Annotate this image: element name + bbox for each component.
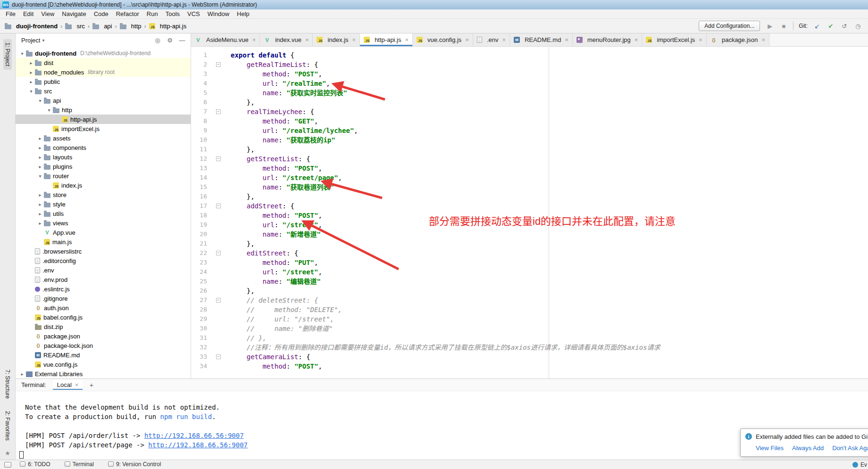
- chevron-down-icon[interactable]: ▾: [36, 98, 44, 103]
- close-icon[interactable]: ×: [405, 36, 409, 43]
- code-text[interactable]: realTimeLychee: {: [231, 107, 314, 116]
- code-text[interactable]: },: [231, 239, 255, 248]
- chevron-right-icon[interactable]: ▸: [18, 371, 26, 377]
- terminal-link[interactable]: http://192.168.66.56:9007: [144, 432, 244, 439]
- code-text[interactable]: getRealTimeList: {: [231, 60, 318, 69]
- close-icon[interactable]: ×: [699, 36, 702, 43]
- tree-item-views[interactable]: ▸views: [16, 218, 191, 228]
- breadcrumb-item-api[interactable]: api: [92, 23, 113, 30]
- tree-item-importexcel-js[interactable]: JSimportExcel.js: [16, 124, 191, 133]
- code-text[interactable]: // deleteStreet: {: [231, 296, 318, 305]
- code-text[interactable]: method: "POST",: [231, 164, 322, 173]
- tree-item-node-modules[interactable]: ▸node_moduleslibrary root: [16, 67, 191, 77]
- tree-item-app-vue[interactable]: VApp.vue: [16, 228, 191, 237]
- menu-item-refactor[interactable]: Refactor: [112, 9, 143, 18]
- code-text[interactable]: addStreet: {: [231, 201, 294, 211]
- terminal-tab-local[interactable]: Local ×: [53, 380, 83, 390]
- menu-item-window[interactable]: Window: [204, 9, 233, 18]
- hide-panel-icon[interactable]: —: [178, 37, 186, 44]
- settings-gear-icon[interactable]: ⚙: [166, 37, 174, 44]
- tree-item-dist-zip[interactable]: dist.zip: [16, 322, 191, 331]
- tree-item-utils[interactable]: ▸utils: [16, 209, 191, 218]
- code-text[interactable]: },: [231, 98, 255, 107]
- tree-item-duoji-frontend[interactable]: ▾duoji-frontendD:\zheheWeb\duoji-fronten…: [16, 49, 191, 58]
- code-text[interactable]: export default {: [231, 50, 294, 60]
- terminal-link[interactable]: http://192.168.66.56:9007: [148, 441, 248, 449]
- fold-icon[interactable]: −: [216, 204, 221, 208]
- code-text[interactable]: method: "POST",: [231, 211, 322, 220]
- chevron-right-icon[interactable]: ▸: [36, 155, 44, 160]
- tree-item-index-js[interactable]: JSindex.js: [16, 181, 191, 190]
- tree-item-layouts[interactable]: ▸layouts: [16, 152, 191, 162]
- editor-tab-index-js[interactable]: JSindex.js×: [313, 33, 360, 46]
- code-text[interactable]: method: "POST",: [231, 362, 322, 371]
- chevron-right-icon[interactable]: ▸: [36, 211, 44, 216]
- code-text[interactable]: // url: "/street",: [231, 314, 334, 324]
- code-text[interactable]: url: "/street",: [231, 267, 322, 277]
- locate-file-icon[interactable]: ◎: [154, 37, 161, 44]
- code-text[interactable]: getCameraList: {: [231, 352, 310, 362]
- editor-tab-http-api-js[interactable]: JShttp-api.js×: [360, 33, 413, 46]
- code-text[interactable]: },: [231, 145, 255, 154]
- code-text[interactable]: name: "新增巷道": [231, 230, 321, 239]
- tree-item-store[interactable]: ▸store: [16, 190, 191, 199]
- code-text[interactable]: url: "/realTime",: [231, 79, 330, 88]
- breadcrumb-item-http-api-js[interactable]: JShttp-api.js: [148, 23, 187, 30]
- code-editor[interactable]: 1export default {2− getRealTimeList: {3 …: [191, 47, 868, 378]
- chevron-right-icon[interactable]: ▸: [36, 202, 44, 207]
- close-icon[interactable]: ×: [75, 381, 79, 388]
- stop-icon[interactable]: ■: [779, 23, 788, 30]
- tree-item-public[interactable]: ▸public: [16, 77, 191, 86]
- menu-item-view[interactable]: View: [37, 9, 58, 18]
- close-icon[interactable]: ×: [465, 36, 469, 43]
- tree-item-package-json[interactable]: {}package.json: [16, 331, 191, 341]
- fold-icon[interactable]: −: [216, 251, 221, 255]
- tree-item-src[interactable]: ▾src: [16, 86, 191, 96]
- tool-strip-structure-button[interactable]: 7: Structure: [3, 366, 12, 402]
- code-text[interactable]: // name: "删除巷道": [231, 324, 333, 333]
- editor-tab-importexcel-js[interactable]: JSimportExcel.js×: [642, 33, 707, 46]
- menu-item-edit[interactable]: Edit: [19, 9, 37, 18]
- tree-item-dist[interactable]: ▸dist: [16, 58, 191, 67]
- editor-tab-readme-md[interactable]: MREADME.md×: [510, 33, 573, 46]
- chevron-right-icon[interactable]: ▸: [27, 70, 35, 75]
- close-icon[interactable]: ×: [634, 36, 638, 43]
- tree-item-browserslistrc[interactable]: .browserslistrc: [16, 247, 191, 256]
- close-icon[interactable]: ×: [352, 36, 356, 43]
- editor-tab-menurouter-jpg[interactable]: menuRouter.jpg×: [573, 33, 642, 46]
- menu-item-run[interactable]: Run: [143, 9, 162, 18]
- chevron-right-icon[interactable]: ▸: [36, 164, 44, 169]
- tree-item-gitignore[interactable]: .gitignore: [16, 294, 191, 303]
- tool-strip-project-button[interactable]: 1: Project: [3, 39, 12, 70]
- event-log-icon[interactable]: [852, 462, 858, 468]
- code-text[interactable]: name: "获取巷道列表": [231, 182, 334, 192]
- menu-item-tools[interactable]: Tools: [162, 9, 184, 18]
- tree-item-external-libraries[interactable]: ▸External Libraries: [16, 369, 191, 378]
- statusbar-terminal[interactable]: Terminal: [65, 461, 94, 468]
- close-icon[interactable]: ×: [762, 36, 766, 43]
- project-panel-title[interactable]: Project: [21, 37, 40, 44]
- breadcrumb-item-http[interactable]: http: [119, 23, 142, 30]
- rollback-icon[interactable]: ↺: [840, 23, 849, 30]
- history-icon[interactable]: ◷: [854, 23, 862, 30]
- breadcrumb-item-duoji-frontend[interactable]: duoji-frontend: [4, 23, 58, 30]
- code-text[interactable]: method: "POST",: [231, 69, 322, 79]
- chevron-right-icon[interactable]: ▸: [27, 60, 35, 66]
- chevron-down-icon[interactable]: ▾: [42, 38, 44, 43]
- fold-icon[interactable]: −: [216, 62, 221, 67]
- tree-item-auth-json[interactable]: {}auth.json: [16, 303, 191, 313]
- event-log-label[interactable]: Ev: [860, 461, 867, 468]
- menu-item-help[interactable]: Help: [233, 9, 253, 18]
- notification-action-view-files[interactable]: View Files: [756, 444, 784, 452]
- favorites-star-icon[interactable]: ★: [5, 450, 10, 457]
- code-text[interactable]: },: [231, 286, 255, 296]
- tree-item-vue-config-js[interactable]: JSvue.config.js: [16, 360, 191, 369]
- chevron-down-icon[interactable]: ▾: [45, 107, 53, 113]
- code-text[interactable]: url: "/realTime/lychee",: [231, 126, 358, 135]
- chevron-right-icon[interactable]: ▸: [27, 79, 35, 84]
- tree-item-main-js[interactable]: JSmain.js: [16, 237, 191, 247]
- update-project-icon[interactable]: ↙: [813, 23, 821, 30]
- code-text[interactable]: editStreet: {: [231, 248, 298, 258]
- close-icon[interactable]: ×: [305, 36, 309, 43]
- code-text[interactable]: url: "/street",: [231, 220, 322, 230]
